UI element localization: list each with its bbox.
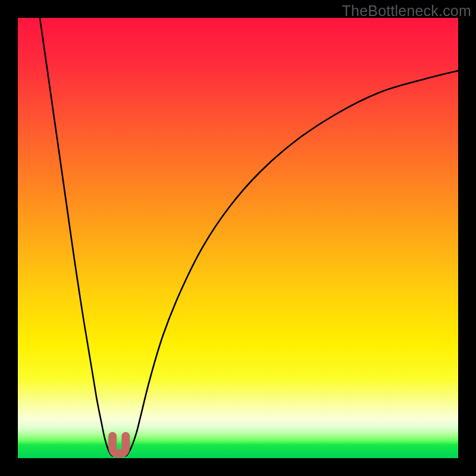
plot-area bbox=[18, 18, 458, 458]
curve-right-branch bbox=[126, 71, 458, 456]
curve-left-branch bbox=[40, 18, 112, 456]
bottleneck-marker-icon bbox=[112, 436, 126, 454]
curve-overlay bbox=[18, 18, 458, 458]
watermark-text: TheBottleneck.com bbox=[342, 2, 471, 20]
chart-frame: TheBottleneck.com bbox=[0, 0, 476, 476]
